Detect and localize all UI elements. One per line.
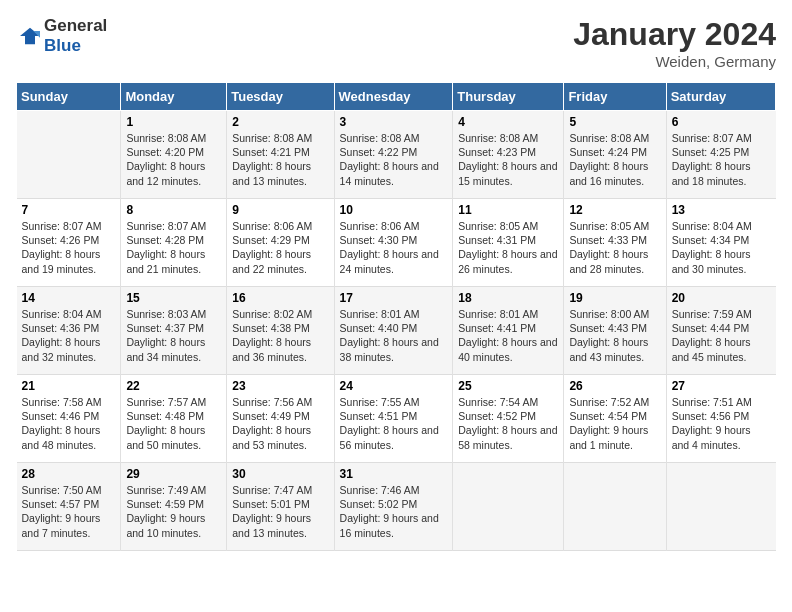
calendar-cell: 7Sunrise: 8:07 AMSunset: 4:26 PMDaylight…: [17, 199, 121, 287]
day-info: Sunrise: 7:49 AMSunset: 4:59 PMDaylight:…: [126, 483, 221, 540]
day-info: Sunrise: 7:58 AMSunset: 4:46 PMDaylight:…: [22, 395, 116, 452]
calendar-cell: [666, 463, 775, 551]
day-number: 9: [232, 203, 328, 217]
logo-icon: [18, 26, 42, 46]
day-number: 24: [340, 379, 448, 393]
day-info: Sunrise: 7:46 AMSunset: 5:02 PMDaylight:…: [340, 483, 448, 540]
calendar-cell: 31Sunrise: 7:46 AMSunset: 5:02 PMDayligh…: [334, 463, 453, 551]
calendar-cell: 20Sunrise: 7:59 AMSunset: 4:44 PMDayligh…: [666, 287, 775, 375]
day-info: Sunrise: 8:01 AMSunset: 4:40 PMDaylight:…: [340, 307, 448, 364]
day-info: Sunrise: 8:08 AMSunset: 4:22 PMDaylight:…: [340, 131, 448, 188]
day-info: Sunrise: 7:59 AMSunset: 4:44 PMDaylight:…: [672, 307, 771, 364]
calendar-cell: 25Sunrise: 7:54 AMSunset: 4:52 PMDayligh…: [453, 375, 564, 463]
day-info: Sunrise: 8:05 AMSunset: 4:31 PMDaylight:…: [458, 219, 558, 276]
calendar-cell: 18Sunrise: 8:01 AMSunset: 4:41 PMDayligh…: [453, 287, 564, 375]
calendar-cell: 3Sunrise: 8:08 AMSunset: 4:22 PMDaylight…: [334, 111, 453, 199]
day-number: 8: [126, 203, 221, 217]
day-number: 23: [232, 379, 328, 393]
day-info: Sunrise: 7:55 AMSunset: 4:51 PMDaylight:…: [340, 395, 448, 452]
calendar-cell: [17, 111, 121, 199]
day-info: Sunrise: 8:07 AMSunset: 4:26 PMDaylight:…: [22, 219, 116, 276]
day-info: Sunrise: 8:05 AMSunset: 4:33 PMDaylight:…: [569, 219, 660, 276]
day-info: Sunrise: 7:57 AMSunset: 4:48 PMDaylight:…: [126, 395, 221, 452]
day-number: 26: [569, 379, 660, 393]
day-info: Sunrise: 8:08 AMSunset: 4:21 PMDaylight:…: [232, 131, 328, 188]
day-info: Sunrise: 8:06 AMSunset: 4:30 PMDaylight:…: [340, 219, 448, 276]
calendar-cell: 17Sunrise: 8:01 AMSunset: 4:40 PMDayligh…: [334, 287, 453, 375]
day-number: 13: [672, 203, 771, 217]
week-row-3: 21Sunrise: 7:58 AMSunset: 4:46 PMDayligh…: [17, 375, 776, 463]
calendar-cell: [453, 463, 564, 551]
day-number: 12: [569, 203, 660, 217]
day-info: Sunrise: 8:08 AMSunset: 4:20 PMDaylight:…: [126, 131, 221, 188]
day-info: Sunrise: 7:56 AMSunset: 4:49 PMDaylight:…: [232, 395, 328, 452]
calendar-cell: 4Sunrise: 8:08 AMSunset: 4:23 PMDaylight…: [453, 111, 564, 199]
week-row-2: 14Sunrise: 8:04 AMSunset: 4:36 PMDayligh…: [17, 287, 776, 375]
day-number: 3: [340, 115, 448, 129]
day-info: Sunrise: 7:51 AMSunset: 4:56 PMDaylight:…: [672, 395, 771, 452]
col-sunday: Sunday: [17, 83, 121, 111]
logo-blue: Blue: [44, 36, 81, 55]
day-number: 10: [340, 203, 448, 217]
calendar-cell: 5Sunrise: 8:08 AMSunset: 4:24 PMDaylight…: [564, 111, 666, 199]
day-number: 25: [458, 379, 558, 393]
week-row-0: 1Sunrise: 8:08 AMSunset: 4:20 PMDaylight…: [17, 111, 776, 199]
day-number: 16: [232, 291, 328, 305]
day-info: Sunrise: 8:07 AMSunset: 4:25 PMDaylight:…: [672, 131, 771, 188]
day-number: 20: [672, 291, 771, 305]
calendar-cell: 8Sunrise: 8:07 AMSunset: 4:28 PMDaylight…: [121, 199, 227, 287]
day-number: 15: [126, 291, 221, 305]
calendar-cell: 23Sunrise: 7:56 AMSunset: 4:49 PMDayligh…: [227, 375, 334, 463]
day-number: 28: [22, 467, 116, 481]
day-info: Sunrise: 7:50 AMSunset: 4:57 PMDaylight:…: [22, 483, 116, 540]
day-info: Sunrise: 8:08 AMSunset: 4:23 PMDaylight:…: [458, 131, 558, 188]
day-info: Sunrise: 8:02 AMSunset: 4:38 PMDaylight:…: [232, 307, 328, 364]
logo: General Blue: [16, 16, 107, 56]
day-info: Sunrise: 8:07 AMSunset: 4:28 PMDaylight:…: [126, 219, 221, 276]
col-monday: Monday: [121, 83, 227, 111]
day-number: 18: [458, 291, 558, 305]
day-number: 2: [232, 115, 328, 129]
calendar-cell: 29Sunrise: 7:49 AMSunset: 4:59 PMDayligh…: [121, 463, 227, 551]
calendar-cell: 21Sunrise: 7:58 AMSunset: 4:46 PMDayligh…: [17, 375, 121, 463]
day-number: 4: [458, 115, 558, 129]
location: Weiden, Germany: [573, 53, 776, 70]
calendar-cell: 12Sunrise: 8:05 AMSunset: 4:33 PMDayligh…: [564, 199, 666, 287]
day-info: Sunrise: 8:04 AMSunset: 4:34 PMDaylight:…: [672, 219, 771, 276]
day-info: Sunrise: 8:00 AMSunset: 4:43 PMDaylight:…: [569, 307, 660, 364]
header-row: Sunday Monday Tuesday Wednesday Thursday…: [17, 83, 776, 111]
calendar-cell: 19Sunrise: 8:00 AMSunset: 4:43 PMDayligh…: [564, 287, 666, 375]
col-thursday: Thursday: [453, 83, 564, 111]
col-wednesday: Wednesday: [334, 83, 453, 111]
calendar-cell: 11Sunrise: 8:05 AMSunset: 4:31 PMDayligh…: [453, 199, 564, 287]
day-number: 19: [569, 291, 660, 305]
calendar-cell: 14Sunrise: 8:04 AMSunset: 4:36 PMDayligh…: [17, 287, 121, 375]
day-number: 21: [22, 379, 116, 393]
calendar-cell: 27Sunrise: 7:51 AMSunset: 4:56 PMDayligh…: [666, 375, 775, 463]
day-number: 17: [340, 291, 448, 305]
week-row-1: 7Sunrise: 8:07 AMSunset: 4:26 PMDaylight…: [17, 199, 776, 287]
day-number: 29: [126, 467, 221, 481]
day-number: 7: [22, 203, 116, 217]
day-number: 14: [22, 291, 116, 305]
day-number: 22: [126, 379, 221, 393]
calendar-cell: [564, 463, 666, 551]
calendar-cell: 30Sunrise: 7:47 AMSunset: 5:01 PMDayligh…: [227, 463, 334, 551]
col-tuesday: Tuesday: [227, 83, 334, 111]
calendar-cell: 16Sunrise: 8:02 AMSunset: 4:38 PMDayligh…: [227, 287, 334, 375]
logo-general: General: [44, 16, 107, 35]
day-info: Sunrise: 8:03 AMSunset: 4:37 PMDaylight:…: [126, 307, 221, 364]
day-number: 11: [458, 203, 558, 217]
calendar-cell: 2Sunrise: 8:08 AMSunset: 4:21 PMDaylight…: [227, 111, 334, 199]
day-number: 31: [340, 467, 448, 481]
day-info: Sunrise: 7:52 AMSunset: 4:54 PMDaylight:…: [569, 395, 660, 452]
header: General Blue January 2024 Weiden, German…: [16, 16, 776, 70]
day-number: 27: [672, 379, 771, 393]
day-info: Sunrise: 8:04 AMSunset: 4:36 PMDaylight:…: [22, 307, 116, 364]
main-container: General Blue January 2024 Weiden, German…: [0, 0, 792, 559]
day-info: Sunrise: 7:47 AMSunset: 5:01 PMDaylight:…: [232, 483, 328, 540]
col-saturday: Saturday: [666, 83, 775, 111]
calendar-cell: 15Sunrise: 8:03 AMSunset: 4:37 PMDayligh…: [121, 287, 227, 375]
day-info: Sunrise: 8:01 AMSunset: 4:41 PMDaylight:…: [458, 307, 558, 364]
calendar-cell: 28Sunrise: 7:50 AMSunset: 4:57 PMDayligh…: [17, 463, 121, 551]
